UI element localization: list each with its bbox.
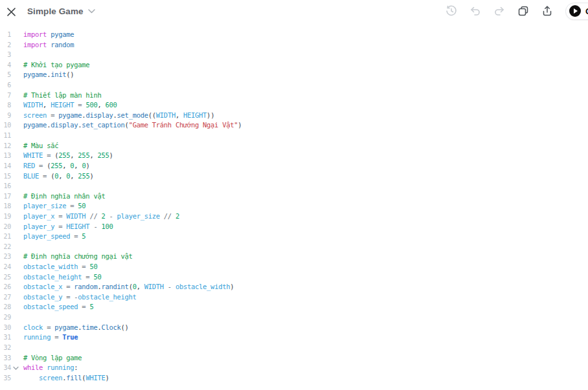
code-line-text: # Khởi tạo pygame	[23, 60, 89, 70]
code-line[interactable]: 31running = True	[0, 332, 588, 343]
code-line[interactable]: 1import pygame	[0, 30, 588, 40]
code-line[interactable]: 13WHITE = (255, 255, 255)	[0, 151, 588, 161]
share-button[interactable]	[541, 5, 553, 17]
code-line[interactable]: 32	[0, 343, 588, 353]
code-line-text: pygame.init()	[23, 70, 74, 80]
run-button[interactable]: C	[565, 3, 588, 20]
code-line[interactable]: 10pygame.display.set_caption("Game Tránh…	[0, 120, 588, 131]
code-line[interactable]: 12# Màu sắc	[0, 141, 588, 151]
close-button[interactable]	[4, 5, 18, 19]
code-line[interactable]: 21player_speed = 5	[0, 232, 588, 242]
code-line-text: import random	[23, 40, 74, 50]
code-line-text: # Màu sắc	[23, 141, 58, 151]
line-number: 31	[0, 332, 11, 343]
code-line[interactable]: 19player_x = WIDTH // 2 - player_size //…	[0, 211, 588, 222]
line-number: 35	[0, 373, 11, 384]
share-export-icon	[541, 5, 553, 17]
line-number: 28	[0, 302, 11, 312]
page-title: Simple Game	[27, 6, 84, 16]
line-number: 21	[0, 232, 11, 242]
line-number: 1	[0, 30, 11, 40]
undo-icon	[469, 5, 481, 17]
code-line-text: # Định nghĩa nhân vật	[23, 191, 105, 202]
code-line-text: # Vòng lặp game	[23, 353, 82, 363]
code-line[interactable]: 22	[0, 242, 588, 252]
code-line-text: # Định nghĩa chướng ngại vật	[23, 252, 133, 262]
code-line[interactable]: 11	[0, 131, 588, 141]
line-number: 22	[0, 242, 11, 252]
code-lines: 1import pygame2import random34# Khởi tạo…	[0, 30, 588, 383]
code-line[interactable]: 4# Khởi tạo pygame	[0, 60, 588, 70]
code-line-text: # Thiết lập màn hình	[23, 91, 101, 101]
history-icon	[446, 5, 457, 17]
line-number: 34	[0, 363, 11, 373]
code-line-text: while running:	[23, 363, 78, 373]
code-editor[interactable]: 1import pygame2import random34# Khởi tạo…	[0, 22, 588, 383]
version-history-button[interactable]	[446, 5, 457, 17]
line-number: 9	[0, 111, 11, 121]
line-number: 13	[0, 151, 11, 161]
code-line[interactable]: 17# Định nghĩa nhân vật	[0, 191, 588, 202]
line-number: 8	[0, 100, 11, 111]
code-line[interactable]: 14RED = (255, 0, 0)	[0, 161, 588, 171]
line-number: 14	[0, 161, 11, 171]
code-line-text: running = True	[23, 332, 78, 343]
code-line[interactable]: 35 screen.fill(WHITE)	[0, 373, 588, 384]
code-line[interactable]: 20player_y = HEIGHT - 100	[0, 222, 588, 232]
code-line-text: obstacle_height = 50	[23, 272, 101, 283]
code-line[interactable]: 24obstacle_width = 50	[0, 262, 588, 272]
line-number: 26	[0, 282, 11, 292]
code-line[interactable]: 6	[0, 80, 588, 91]
line-number: 24	[0, 262, 11, 272]
line-number: 16	[0, 181, 11, 191]
toolbar: Simple Game	[0, 0, 588, 22]
close-icon	[6, 7, 16, 17]
code-line[interactable]: 30clock = pygame.time.Clock()	[0, 323, 588, 333]
code-line[interactable]: 16	[0, 181, 588, 191]
code-line[interactable]: 15BLUE = (0, 0, 255)	[0, 171, 588, 182]
line-number: 12	[0, 141, 11, 151]
play-circle-icon	[569, 5, 581, 17]
line-number: 7	[0, 91, 11, 101]
code-line-text: import pygame	[23, 30, 74, 40]
line-number: 4	[0, 60, 11, 70]
code-line-text: BLUE = (0, 0, 255)	[23, 171, 93, 182]
line-number: 3	[0, 50, 11, 60]
line-number: 23	[0, 252, 11, 262]
line-number: 15	[0, 171, 11, 182]
line-number: 30	[0, 323, 11, 333]
code-line-text: clock = pygame.time.Clock()	[23, 323, 129, 333]
redo-button[interactable]	[493, 5, 505, 17]
line-number: 19	[0, 211, 11, 222]
code-line[interactable]: 26obstacle_x = random.randint(0, WIDTH -…	[0, 282, 588, 292]
line-number: 33	[0, 353, 11, 363]
code-line[interactable]: 29	[0, 312, 588, 323]
code-line-text: player_x = WIDTH // 2 - player_size // 2	[23, 211, 179, 222]
code-line-text: player_speed = 5	[23, 232, 85, 242]
code-line[interactable]: 5pygame.init()	[0, 70, 588, 80]
line-number: 17	[0, 191, 11, 202]
code-line[interactable]: 34while running:	[0, 363, 588, 373]
code-line-text: WHITE = (255, 255, 255)	[23, 151, 113, 161]
document-title-dropdown[interactable]: Simple Game	[27, 0, 95, 22]
code-line[interactable]: 7# Thiết lập màn hình	[0, 91, 588, 101]
copy-button[interactable]	[517, 5, 529, 17]
toolbar-actions: C	[446, 0, 588, 22]
code-line[interactable]: 3	[0, 50, 588, 60]
code-line[interactable]: 27obstacle_y = -obstacle_height	[0, 292, 588, 303]
code-line[interactable]: 9screen = pygame.display.set_mode((WIDTH…	[0, 111, 588, 121]
code-line[interactable]: 2import random	[0, 40, 588, 50]
code-line[interactable]: 18player_size = 50	[0, 201, 588, 211]
code-line-text: player_size = 50	[23, 201, 85, 211]
code-line-text: WIDTH, HEIGHT = 500, 600	[23, 100, 117, 111]
code-line[interactable]: 25obstacle_height = 50	[0, 272, 588, 283]
code-line[interactable]: 23# Định nghĩa chướng ngại vật	[0, 252, 588, 262]
code-line[interactable]: 33# Vòng lặp game	[0, 353, 588, 363]
run-button-label: C	[585, 6, 588, 16]
code-line-text: obstacle_x = random.randint(0, WIDTH - o…	[23, 282, 234, 292]
code-line[interactable]: 28obstacle_speed = 5	[0, 302, 588, 312]
fold-chevron-icon[interactable]	[13, 365, 19, 371]
undo-button[interactable]	[469, 5, 481, 17]
code-line[interactable]: 8WIDTH, HEIGHT = 500, 600	[0, 100, 588, 111]
line-number: 5	[0, 70, 11, 80]
